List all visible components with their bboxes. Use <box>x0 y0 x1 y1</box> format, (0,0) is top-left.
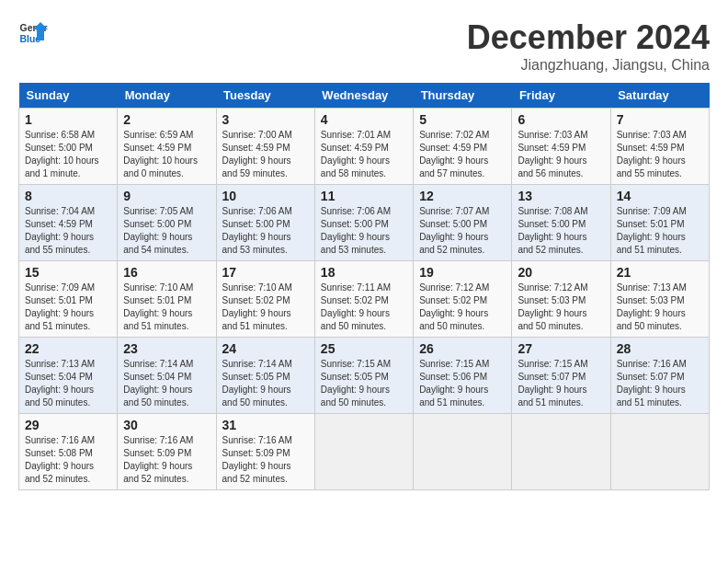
calendar-cell: 5 Sunrise: 7:02 AMSunset: 4:59 PMDayligh… <box>414 109 512 185</box>
calendar-cell: 25 Sunrise: 7:15 AMSunset: 5:05 PMDaylig… <box>314 338 413 414</box>
day-info: Sunrise: 7:06 AMSunset: 5:00 PMDaylight:… <box>222 206 292 255</box>
day-number: 21 <box>617 265 703 280</box>
day-number: 16 <box>123 265 210 280</box>
day-info: Sunrise: 7:15 AMSunset: 5:05 PMDaylight:… <box>321 359 391 408</box>
day-number: 13 <box>518 189 604 203</box>
week-row-4: 22 Sunrise: 7:13 AMSunset: 5:04 PMDaylig… <box>19 338 710 414</box>
weekday-header-tuesday: Tuesday <box>216 83 314 109</box>
day-info: Sunrise: 7:14 AMSunset: 5:04 PMDaylight:… <box>123 359 193 408</box>
calendar-cell: 22 Sunrise: 7:13 AMSunset: 5:04 PMDaylig… <box>19 338 118 414</box>
day-info: Sunrise: 7:16 AMSunset: 5:07 PMDaylight:… <box>617 359 687 408</box>
week-row-5: 29 Sunrise: 7:16 AMSunset: 5:08 PMDaylig… <box>19 414 710 490</box>
day-number: 9 <box>123 189 210 203</box>
logo-icon: General Blue <box>18 18 48 48</box>
weekday-header-sunday: Sunday <box>19 83 118 109</box>
calendar-body: 1 Sunrise: 6:58 AMSunset: 5:00 PMDayligh… <box>19 109 710 490</box>
calendar-cell: 1 Sunrise: 6:58 AMSunset: 5:00 PMDayligh… <box>19 109 118 185</box>
calendar-cell: 19 Sunrise: 7:12 AMSunset: 5:02 PMDaylig… <box>414 261 512 338</box>
day-number: 19 <box>419 265 506 280</box>
calendar-cell: 28 Sunrise: 7:16 AMSunset: 5:07 PMDaylig… <box>610 338 709 414</box>
calendar-cell: 29 Sunrise: 7:16 AMSunset: 5:08 PMDaylig… <box>19 414 118 490</box>
calendar-cell: 20 Sunrise: 7:12 AMSunset: 5:03 PMDaylig… <box>512 261 610 338</box>
day-info: Sunrise: 7:13 AMSunset: 5:04 PMDaylight:… <box>25 359 95 408</box>
calendar-cell: 15 Sunrise: 7:09 AMSunset: 5:01 PMDaylig… <box>19 261 118 338</box>
day-info: Sunrise: 7:04 AMSunset: 4:59 PMDaylight:… <box>25 206 95 255</box>
day-info: Sunrise: 7:11 AMSunset: 5:02 PMDaylight:… <box>321 282 391 331</box>
calendar-cell: 21 Sunrise: 7:13 AMSunset: 5:03 PMDaylig… <box>610 261 709 338</box>
day-number: 26 <box>419 341 506 356</box>
day-info: Sunrise: 7:10 AMSunset: 5:01 PMDaylight:… <box>123 282 193 331</box>
day-number: 20 <box>518 265 604 280</box>
month-title: December 2024 <box>467 18 710 57</box>
day-number: 8 <box>25 189 111 203</box>
day-info: Sunrise: 7:08 AMSunset: 5:00 PMDaylight:… <box>518 206 587 255</box>
day-number: 15 <box>25 265 111 280</box>
page-header: General Blue December 2024 Jiangzhuang, … <box>18 18 710 74</box>
day-info: Sunrise: 7:03 AMSunset: 4:59 PMDaylight:… <box>518 130 587 178</box>
location: Jiangzhuang, Jiangsu, China <box>467 57 710 74</box>
calendar-cell: 2 Sunrise: 6:59 AMSunset: 4:59 PMDayligh… <box>118 109 216 185</box>
calendar-cell: 4 Sunrise: 7:01 AMSunset: 4:59 PMDayligh… <box>314 109 413 185</box>
calendar-cell: 11 Sunrise: 7:06 AMSunset: 5:00 PMDaylig… <box>314 185 413 261</box>
day-info: Sunrise: 7:14 AMSunset: 5:05 PMDaylight:… <box>222 359 292 408</box>
weekday-header-saturday: Saturday <box>610 83 709 109</box>
calendar-cell: 10 Sunrise: 7:06 AMSunset: 5:00 PMDaylig… <box>216 185 314 261</box>
week-row-3: 15 Sunrise: 7:09 AMSunset: 5:01 PMDaylig… <box>19 261 710 338</box>
calendar-cell <box>314 414 413 490</box>
day-info: Sunrise: 7:06 AMSunset: 5:00 PMDaylight:… <box>321 206 391 255</box>
day-number: 1 <box>25 112 111 127</box>
calendar-cell: 14 Sunrise: 7:09 AMSunset: 5:01 PMDaylig… <box>610 185 709 261</box>
day-number: 10 <box>222 189 309 203</box>
day-info: Sunrise: 7:15 AMSunset: 5:06 PMDaylight:… <box>419 359 489 408</box>
calendar-cell <box>414 414 512 490</box>
calendar-table: SundayMondayTuesdayWednesdayThursdayFrid… <box>18 83 710 490</box>
day-info: Sunrise: 7:10 AMSunset: 5:02 PMDaylight:… <box>222 282 292 331</box>
weekday-header-row: SundayMondayTuesdayWednesdayThursdayFrid… <box>19 83 710 109</box>
day-info: Sunrise: 7:03 AMSunset: 4:59 PMDaylight:… <box>617 130 687 178</box>
weekday-header-wednesday: Wednesday <box>314 83 413 109</box>
day-number: 5 <box>419 112 506 127</box>
day-number: 23 <box>123 341 210 356</box>
calendar-cell: 31 Sunrise: 7:16 AMSunset: 5:09 PMDaylig… <box>216 414 314 490</box>
calendar-cell: 26 Sunrise: 7:15 AMSunset: 5:06 PMDaylig… <box>414 338 512 414</box>
day-info: Sunrise: 7:16 AMSunset: 5:09 PMDaylight:… <box>222 435 292 484</box>
day-info: Sunrise: 7:00 AMSunset: 4:59 PMDaylight:… <box>222 130 292 178</box>
day-info: Sunrise: 7:02 AMSunset: 4:59 PMDaylight:… <box>419 130 489 178</box>
calendar-cell: 3 Sunrise: 7:00 AMSunset: 4:59 PMDayligh… <box>216 109 314 185</box>
day-info: Sunrise: 7:12 AMSunset: 5:03 PMDaylight:… <box>518 282 587 331</box>
day-info: Sunrise: 7:16 AMSunset: 5:09 PMDaylight:… <box>123 435 193 484</box>
day-number: 12 <box>419 189 506 203</box>
day-number: 22 <box>25 341 111 356</box>
calendar-cell: 23 Sunrise: 7:14 AMSunset: 5:04 PMDaylig… <box>118 338 216 414</box>
day-number: 29 <box>25 418 111 432</box>
day-number: 7 <box>617 112 703 127</box>
calendar-cell: 27 Sunrise: 7:15 AMSunset: 5:07 PMDaylig… <box>512 338 610 414</box>
calendar-cell: 9 Sunrise: 7:05 AMSunset: 5:00 PMDayligh… <box>118 185 216 261</box>
day-number: 28 <box>617 341 703 356</box>
calendar-cell: 8 Sunrise: 7:04 AMSunset: 4:59 PMDayligh… <box>19 185 118 261</box>
day-number: 6 <box>518 112 604 127</box>
day-number: 17 <box>222 265 309 280</box>
day-number: 14 <box>617 189 703 203</box>
calendar-cell: 17 Sunrise: 7:10 AMSunset: 5:02 PMDaylig… <box>216 261 314 338</box>
weekday-header-monday: Monday <box>118 83 216 109</box>
week-row-1: 1 Sunrise: 6:58 AMSunset: 5:00 PMDayligh… <box>19 109 710 185</box>
calendar-cell <box>610 414 709 490</box>
day-number: 25 <box>321 341 407 356</box>
day-number: 24 <box>222 341 309 356</box>
day-number: 4 <box>321 112 407 127</box>
day-number: 2 <box>123 112 210 127</box>
day-info: Sunrise: 6:59 AMSunset: 4:59 PMDaylight:… <box>123 130 198 178</box>
title-area: December 2024 Jiangzhuang, Jiangsu, Chin… <box>467 18 710 74</box>
logo: General Blue <box>18 18 48 48</box>
day-number: 30 <box>123 418 210 432</box>
calendar-cell: 18 Sunrise: 7:11 AMSunset: 5:02 PMDaylig… <box>314 261 413 338</box>
day-info: Sunrise: 7:13 AMSunset: 5:03 PMDaylight:… <box>617 282 687 331</box>
day-info: Sunrise: 7:05 AMSunset: 5:00 PMDaylight:… <box>123 206 193 255</box>
day-number: 31 <box>222 418 309 432</box>
calendar-cell: 13 Sunrise: 7:08 AMSunset: 5:00 PMDaylig… <box>512 185 610 261</box>
day-number: 3 <box>222 112 309 127</box>
day-number: 18 <box>321 265 407 280</box>
day-info: Sunrise: 7:16 AMSunset: 5:08 PMDaylight:… <box>25 435 95 484</box>
calendar-cell: 24 Sunrise: 7:14 AMSunset: 5:05 PMDaylig… <box>216 338 314 414</box>
